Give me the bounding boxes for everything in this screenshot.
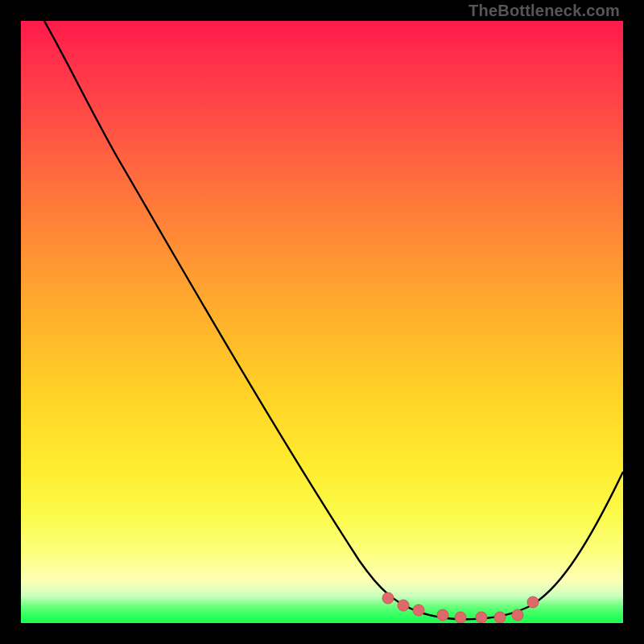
- attribution-text: TheBottleneck.com: [469, 2, 620, 20]
- gradient-background: [21, 21, 623, 623]
- chart-frame: [21, 21, 623, 623]
